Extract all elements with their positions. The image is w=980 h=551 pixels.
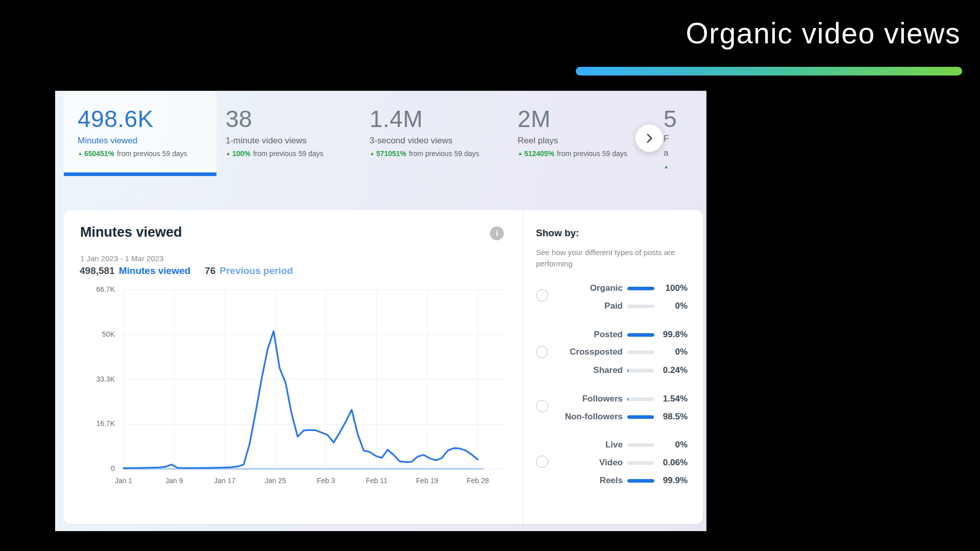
showby-row-reels: Reels 99.9% [544,474,688,487]
row-percent: 0% [654,347,688,357]
chart-canvas [124,287,511,491]
metric-value: 5 [664,105,677,133]
vertical-divider [523,210,523,524]
legend-total-value: 498,581 [80,265,115,277]
metric-card-partial[interactable]: 5 F a ▲ [664,91,706,176]
showby-row-followers: Followers 1.54% [544,393,688,405]
percent-bar [627,479,654,483]
metric-card-minutes-viewed[interactable]: 498.6K Minutes viewed ▲650451%from previ… [64,91,216,176]
metric-value: 498.6K [78,105,154,133]
chart-line [124,331,478,468]
row-label: Video [544,458,623,468]
row-percent: 100% [654,283,688,293]
row-label: Organic [544,283,623,293]
percent-bar [627,333,654,337]
metric-card-1-minute-views[interactable]: 38 1-minute video views ▲100%from previo… [226,91,370,176]
metric-value: 1.4M [370,105,423,133]
page-title: Organic video views [685,16,961,50]
percent-bar [627,287,654,290]
metric-delta: ▲571051%from previous 59 days [370,149,479,158]
delta-suffix: from previous 59 days [117,149,187,158]
row-percent: 0% [654,440,688,450]
row-label: Reels [544,475,623,486]
row-label: Followers [544,394,623,404]
y-axis-label: 0 [88,464,115,472]
up-triangle-icon: ▲ [664,164,669,169]
showby-description: See how your different types of posts ar… [536,247,694,269]
metric-label: Reel plays [518,136,558,146]
up-triangle-icon: ▲ [226,151,231,156]
metric-delta: ▲512405%from previous 59 days [518,149,627,158]
slide: Organic video views 498.6K Minutes viewe… [0,0,980,551]
insights-dashboard: 498.6K Minutes viewed ▲650451%from previ… [55,91,706,531]
minutes-viewed-chart: 016.7K33.3K50K66.7KJan 1Jan 9Jan 17Jan 2… [124,287,511,491]
percent-bar [627,443,654,447]
delta-percent: 512405% [524,149,554,158]
row-percent: 99.8% [654,330,688,340]
delta-suffix: from previous 59 days [409,149,479,158]
x-axis-label: Jan 9 [154,477,194,485]
y-axis-label: 16.7K [88,419,115,428]
up-triangle-icon: ▲ [370,151,375,156]
up-triangle-icon: ▲ [518,151,523,156]
active-tab-underline [64,172,216,176]
showby-row-crossposted: Crossposted 0% [544,346,688,358]
chart-legend: 498,581 Minutes viewed 76 Previous perio… [80,265,293,277]
metric-value: 38 [226,105,252,133]
showby-row-shared: Shared 0.24% [544,364,688,377]
showby-heading: Show by: [536,228,579,239]
row-label: Shared [544,365,623,375]
x-axis-label: Feb 11 [356,477,397,485]
x-axis-label: Jan 17 [204,477,245,485]
percent-bar [627,369,654,372]
percent-bar [627,305,654,308]
metric-label: Minutes viewed [78,136,137,146]
legend-total-label: Minutes viewed [119,265,190,277]
delta-suffix: from previous 59 days [253,149,324,158]
row-label: Paid [544,301,623,311]
metric-card-3-second-views[interactable]: 1.4M 3-second video views ▲571051%from p… [370,91,513,176]
percent-bar [627,415,654,419]
row-label: Live [544,440,623,450]
x-axis-label: Jan 1 [103,477,144,485]
percent-bar [627,350,654,354]
delta-percent: 100% [232,149,251,158]
y-axis-label: 66.7K [88,285,115,293]
x-axis-label: Feb 19 [407,477,448,485]
legend-previous-label: Previous period [219,265,293,277]
row-percent: 0.24% [654,365,688,375]
metric-label-fragment: F [664,134,669,144]
title-underline-bar [576,67,962,76]
metric-label: 3-second video views [370,136,453,146]
metric-delta: ▲100%from previous 59 days [226,149,323,158]
y-axis-label: 50K [88,330,115,338]
showby-row-video: Video 0.06% [544,457,688,469]
row-percent: 99.9% [654,475,688,486]
y-axis-label: 33.3K [88,375,115,383]
showby-row-organic: Organic 100% [544,282,688,294]
x-axis-label: Jan 25 [255,477,296,485]
row-percent: 1.54% [654,394,688,404]
date-range: 1 Jan 2023 - 1 Mar 2023 [80,254,163,263]
info-icon[interactable]: i [490,227,504,240]
percent-bar [627,397,654,401]
up-triangle-icon: ▲ [78,151,83,156]
legend-previous-value: 76 [205,265,215,277]
metric-value: 2M [518,105,551,133]
metric-label: 1-minute video views [226,136,307,146]
next-cards-button[interactable] [635,124,663,152]
metric-delta: ▲650451%from previous 59 days [78,149,187,158]
chart-panel: Minutes viewed i 1 Jan 2023 - 1 Mar 2023… [64,210,703,524]
row-label: Posted [544,330,623,340]
showby-row-live: Live 0% [544,439,688,451]
chart-title: Minutes viewed [80,224,182,240]
chevron-right-icon [643,132,656,145]
row-label: Crossposted [544,347,623,357]
x-axis-label: Feb 28 [457,477,498,485]
delta-percent: 571051% [376,149,406,158]
row-percent: 0.06% [654,458,688,468]
row-percent: 0% [654,301,688,311]
showby-row-paid: Paid 0% [544,300,688,312]
row-label: Non-followers [544,412,623,422]
showby-row-posted: Posted 99.8% [544,329,688,341]
